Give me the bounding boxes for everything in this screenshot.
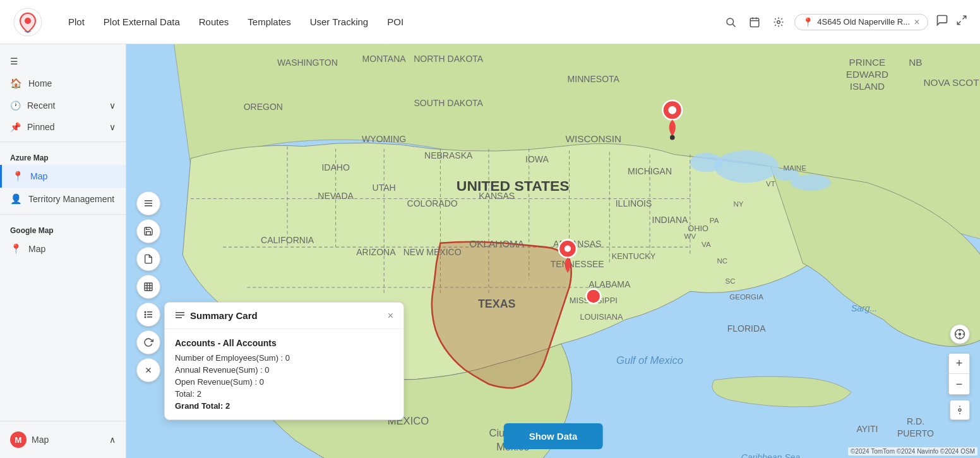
- svg-rect-96: [145, 203, 152, 204]
- svg-point-12: [714, 150, 779, 183]
- sidebar-item-recent[interactable]: 🕐 Recent ∨: [0, 95, 126, 116]
- svg-text:SOUTH DAKOTA: SOUTH DAKOTA: [414, 98, 483, 108]
- chat-button[interactable]: [936, 14, 948, 30]
- sidebar-bottom: M Map ∧: [0, 421, 126, 458]
- toolbar-table-btn[interactable]: [136, 275, 160, 299]
- svg-point-15: [791, 174, 831, 191]
- sidebar: ☰ 🏠 Home 🕐 Recent ∨ 📌 Pinned ∨: [0, 44, 126, 458]
- location-text: 4S645 Old Naperville R...: [817, 17, 910, 27]
- svg-text:FLORIDA: FLORIDA: [727, 323, 766, 334]
- toolbar-bullet-btn[interactable]: [136, 303, 160, 327]
- pinned-chevron: ∨: [109, 122, 116, 132]
- svg-text:MICHIGAN: MICHIGAN: [628, 166, 672, 176]
- azure-map-icon: 📍: [12, 171, 24, 182]
- sidebar-item-home[interactable]: 🏠 Home: [0, 72, 126, 95]
- svg-rect-113: [176, 317, 182, 318]
- divider-1: [0, 142, 126, 142]
- map-compass[interactable]: [950, 324, 970, 344]
- svg-text:LOUISIANA: LOUISIANA: [580, 312, 624, 322]
- show-data-button[interactable]: Show Data: [504, 423, 603, 449]
- sidebar-pinned-label: Pinned: [27, 122, 55, 132]
- nav-plot-external[interactable]: Plot External Data: [104, 14, 180, 30]
- svg-text:OKLAHOMA: OKLAHOMA: [469, 238, 524, 249]
- sidebar-item-google-map[interactable]: 📍 Map: [0, 238, 126, 260]
- svg-text:MONTANA: MONTANA: [362, 54, 407, 64]
- sidebar-item-pinned[interactable]: 📌 Pinned ∨: [0, 116, 126, 138]
- summary-card-close-btn[interactable]: ×: [388, 311, 393, 321]
- summary-row-2: Open Revenue(Sum) : 0: [175, 377, 393, 387]
- nav-user-tracking[interactable]: User Tracking: [310, 14, 369, 30]
- svg-point-13: [690, 153, 722, 172]
- toolbar-close-btn[interactable]: [136, 358, 160, 382]
- svg-point-91: [670, 135, 675, 140]
- map-attribution: ©2024 TomTom ©2024 Navinfo ©2024 OSM: [848, 447, 977, 455]
- svg-text:CALIFORNIA: CALIFORNIA: [261, 235, 314, 245]
- svg-text:R.D.: R.D.: [907, 416, 924, 426]
- svg-rect-4: [751, 18, 760, 27]
- location-close[interactable]: ✕: [914, 18, 920, 27]
- territory-icon: 👤: [10, 193, 22, 205]
- hamburger-icon: ☰: [10, 56, 18, 66]
- svg-text:AYITI: AYITI: [856, 424, 878, 434]
- summary-card: Summary Card × Accounts - All Accounts N…: [164, 302, 404, 420]
- nav-routes[interactable]: Routes: [199, 14, 229, 30]
- svg-text:WYOMING: WYOMING: [362, 134, 406, 144]
- map-area[interactable]: WASHINGTON OREGON IDAHO MONTANA NORTH DA…: [126, 44, 980, 458]
- recent-chevron: ∨: [109, 100, 116, 111]
- summary-row-1: Annual Revenue(Sum) : 0: [175, 365, 393, 375]
- toolbar-doc-btn[interactable]: [136, 247, 160, 271]
- svg-point-93: [565, 246, 571, 252]
- m-avatar: M: [10, 431, 27, 448]
- svg-text:NB: NB: [909, 57, 922, 68]
- svg-rect-106: [147, 314, 152, 315]
- svg-point-115: [959, 334, 961, 335]
- svg-rect-104: [147, 311, 152, 313]
- sidebar-item-azure-map[interactable]: 📍 Map: [0, 165, 126, 188]
- expand-button[interactable]: [956, 15, 967, 29]
- svg-text:PRINCE: PRINCE: [849, 57, 886, 68]
- toolbar-list-btn[interactable]: [136, 191, 160, 215]
- calendar-button[interactable]: [746, 14, 763, 30]
- summary-card-title: Summary Card: [175, 310, 258, 321]
- azure-map-section: Azure Map: [0, 146, 126, 165]
- svg-text:VT: VT: [766, 180, 775, 188]
- svg-text:ARIZONA: ARIZONA: [356, 247, 396, 257]
- svg-text:ALABAMA: ALABAMA: [589, 279, 631, 289]
- svg-text:WISCONSIN: WISCONSIN: [566, 133, 621, 144]
- svg-text:EDWARD: EDWARD: [846, 69, 888, 80]
- nav-plot[interactable]: Plot: [68, 14, 85, 30]
- sidebar-azure-map-label: Map: [30, 171, 47, 181]
- map-options-button[interactable]: [950, 400, 970, 420]
- svg-line-3: [733, 24, 736, 27]
- toolbar-refresh-btn[interactable]: [136, 330, 160, 354]
- location-bar[interactable]: 📍 4S645 Old Naperville R... ✕: [794, 14, 928, 30]
- header-right: 📍 4S645 Old Naperville R... ✕: [722, 14, 967, 30]
- zoom-in-button[interactable]: +: [949, 354, 969, 374]
- nav-poi[interactable]: POI: [387, 14, 403, 30]
- svg-rect-97: [145, 205, 152, 207]
- settings-button[interactable]: [770, 14, 787, 30]
- svg-point-1: [25, 18, 31, 24]
- divider-2: [0, 214, 126, 215]
- svg-text:PA: PA: [710, 217, 719, 224]
- svg-rect-111: [176, 312, 184, 313]
- svg-text:WASHINGTON: WASHINGTON: [277, 57, 338, 68]
- search-button[interactable]: [722, 14, 739, 30]
- svg-point-90: [668, 106, 676, 114]
- sidebar-bottom-map[interactable]: M Map ∧: [0, 426, 126, 453]
- pinned-icon: 📌: [10, 122, 21, 132]
- svg-text:NC: NC: [717, 257, 728, 265]
- svg-text:NEBRASKA: NEBRASKA: [424, 150, 473, 160]
- toolbar-save-btn[interactable]: [136, 219, 160, 243]
- nav-templates[interactable]: Templates: [248, 14, 290, 30]
- svg-text:MAINE: MAINE: [783, 164, 806, 172]
- svg-text:UNITED STATES: UNITED STATES: [457, 178, 570, 194]
- summary-grand-total: Grand Total: 2: [175, 401, 393, 411]
- zoom-out-button[interactable]: −: [949, 374, 969, 394]
- bottom-left: M Map: [10, 431, 49, 448]
- sidebar-top: ☰ 🏠 Home 🕐 Recent ∨ 📌 Pinned ∨: [0, 44, 126, 267]
- bottom-map-label: Map: [32, 435, 49, 445]
- sidebar-menu[interactable]: ☰: [0, 51, 126, 72]
- svg-point-2: [727, 18, 734, 25]
- sidebar-item-territory[interactable]: 👤 Territory Management: [0, 188, 126, 210]
